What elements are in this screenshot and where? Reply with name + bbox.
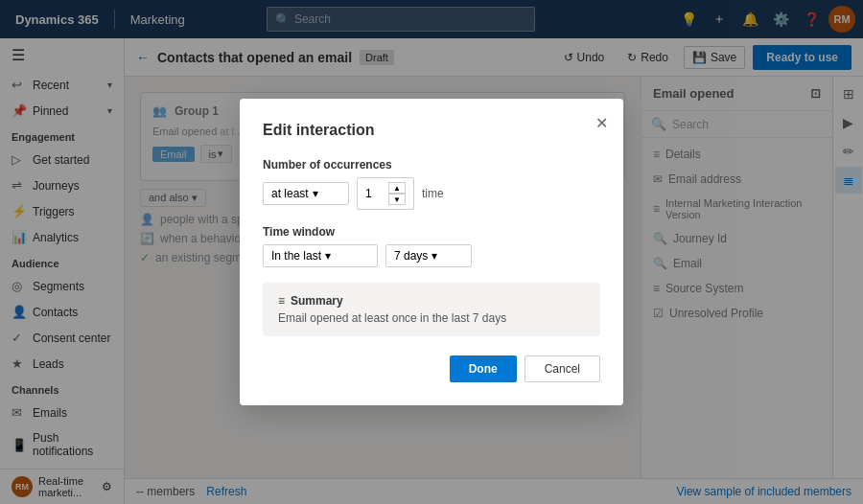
summary-title: ≡ Summary (278, 294, 585, 308)
chevron-down-icon3: ▾ (432, 249, 437, 263)
occurrences-row: at least ▾ 1 ▲ ▼ time (263, 177, 600, 210)
time-window-row: In the last ▾ 7 days ▾ (263, 244, 600, 267)
summary-icon: ≡ (278, 294, 285, 308)
summary-text: Email opened at least once in the last 7… (278, 311, 585, 325)
modal-footer: Done Cancel (263, 355, 600, 382)
count-down-button[interactable]: ▼ (388, 194, 406, 205)
in-the-last-select[interactable]: In the last ▾ (263, 244, 378, 267)
summary-section: ≡ Summary Email opened at least once in … (263, 283, 600, 336)
modal-overlay: Edit interaction ✕ Number of occurrences… (0, 0, 863, 504)
occurrences-label: Number of occurrences (263, 158, 600, 172)
time-unit-label: time (422, 187, 444, 200)
done-button[interactable]: Done (450, 355, 517, 382)
chevron-down-icon: ▾ (313, 187, 318, 200)
count-up-button[interactable]: ▲ (388, 182, 406, 194)
modal-close-button[interactable]: ✕ (595, 114, 608, 132)
chevron-down-icon2: ▾ (325, 249, 331, 263)
edit-interaction-modal: Edit interaction ✕ Number of occurrences… (240, 99, 623, 405)
cancel-button[interactable]: Cancel (525, 355, 600, 382)
count-input[interactable]: 1 ▲ ▼ (357, 177, 414, 210)
at-least-select[interactable]: at least ▾ (263, 182, 349, 205)
modal-title: Edit interaction (263, 122, 600, 139)
time-window-label: Time window (263, 225, 600, 239)
count-stepper[interactable]: ▲ ▼ (388, 182, 406, 205)
days-select[interactable]: 7 days ▾ (385, 244, 472, 267)
